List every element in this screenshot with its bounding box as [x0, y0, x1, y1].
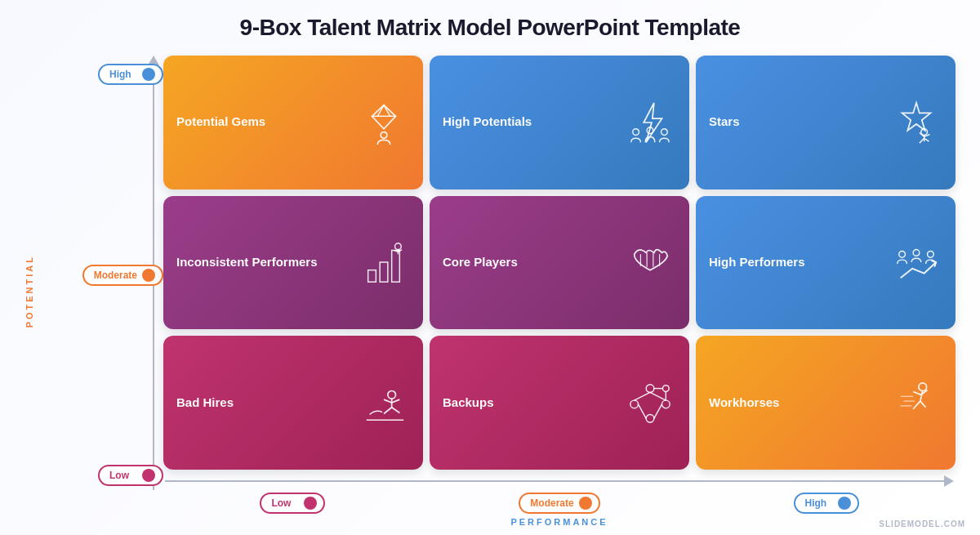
y-toggle-high-dot — [142, 68, 155, 81]
svg-rect-16 — [380, 262, 388, 282]
cell-workhorses: Workhorses — [696, 336, 956, 470]
svg-point-39 — [662, 400, 670, 408]
cell-backups-label: Backups — [443, 395, 624, 411]
cell-inconsistent-performers-label: Inconsistent Performers — [176, 255, 358, 270]
svg-point-37 — [630, 400, 639, 408]
svg-line-48 — [920, 391, 923, 402]
cell-high-performers: High Performers — [696, 196, 956, 330]
y-axis-area: POTENTIAL High Moderate — [24, 56, 163, 527]
cell-workhorses-label: Workhorses — [709, 395, 890, 411]
svg-point-36 — [646, 385, 654, 393]
y-toggle-moderate[interactable]: Moderate — [82, 265, 163, 286]
cell-stars-icon — [890, 96, 942, 149]
cell-potential-gems: Potential Gems — [163, 56, 423, 189]
svg-rect-17 — [392, 251, 400, 283]
svg-point-4 — [381, 132, 387, 138]
svg-line-41 — [635, 393, 650, 401]
y-toggle-low-dot — [142, 469, 155, 482]
cell-high-potentials: High Potentials — [430, 56, 689, 189]
cell-high-potentials-icon — [624, 96, 676, 149]
x-toggle-moderate-label: Moderate — [530, 497, 573, 509]
svg-rect-15 — [368, 270, 376, 283]
cell-stars: Stars — [696, 56, 956, 189]
svg-line-44 — [654, 404, 662, 418]
y-toggle-low[interactable]: Low — [98, 465, 163, 486]
svg-line-43 — [639, 404, 647, 418]
x-axis-label: PERFORMANCE — [510, 517, 608, 527]
x-toggle-high-label: High — [805, 497, 827, 509]
watermark: SLIDEMODEL.COM — [879, 519, 965, 528]
cell-high-potentials-label: High Potentials — [443, 114, 624, 130]
svg-point-40 — [662, 386, 669, 392]
svg-point-38 — [646, 415, 654, 423]
main-container: 9-Box Talent Matrix Model PowerPoint Tem… — [0, 0, 980, 535]
svg-point-18 — [395, 243, 402, 250]
cell-bad-hires-icon — [358, 377, 410, 429]
matrix-grid: Potential Gems — [163, 56, 956, 470]
svg-point-26 — [899, 252, 906, 258]
cell-core-players-label: Core Players — [443, 255, 624, 270]
svg-point-7 — [662, 129, 668, 136]
svg-point-27 — [913, 250, 920, 256]
svg-line-49 — [913, 392, 921, 395]
cell-potential-gems-icon — [358, 96, 410, 149]
x-axis-line — [165, 480, 944, 483]
svg-point-47 — [919, 383, 927, 391]
svg-line-32 — [392, 399, 400, 403]
svg-point-28 — [928, 252, 934, 258]
cell-workhorses-icon — [890, 377, 942, 429]
y-toggle-high-label: High — [109, 69, 131, 80]
cell-core-players-icon — [624, 236, 676, 288]
y-toggle-moderate-label: Moderate — [94, 270, 137, 281]
x-toggle-moderate[interactable]: Moderate — [519, 493, 599, 514]
svg-line-52 — [920, 401, 926, 408]
y-toggle-low-label: Low — [109, 470, 129, 481]
cell-bad-hires: Bad Hires — [163, 336, 423, 470]
cell-core-players: Core Players — [430, 196, 689, 330]
x-toggle-low-label: Low — [271, 497, 291, 509]
svg-point-5 — [633, 129, 639, 136]
cell-high-performers-icon — [890, 236, 942, 288]
y-toggle-moderate-dot — [142, 269, 155, 282]
x-toggle-low[interactable]: Low — [260, 493, 325, 514]
x-axis-arrow — [163, 473, 956, 489]
x-toggle-moderate-dot — [579, 497, 592, 510]
cell-high-performers-label: High Performers — [709, 255, 890, 270]
x-toggles-row: Low Moderate High — [163, 493, 956, 514]
svg-line-33 — [384, 408, 392, 414]
svg-line-51 — [913, 401, 920, 409]
svg-line-42 — [650, 393, 666, 401]
chart-area: POTENTIAL High Moderate — [24, 56, 956, 527]
svg-line-11 — [920, 138, 924, 143]
svg-line-34 — [392, 408, 400, 413]
grid-and-xaxis: Potential Gems — [163, 56, 956, 527]
cell-potential-gems-label: Potential Gems — [176, 114, 358, 130]
y-axis-label: POTENTIAL — [24, 255, 34, 328]
x-toggle-high-dot — [838, 497, 851, 510]
cell-bad-hires-label: Bad Hires — [176, 395, 358, 411]
x-toggle-low-dot — [304, 497, 317, 510]
cell-backups-icon — [624, 377, 676, 429]
page-title: 9-Box Talent Matrix Model PowerPoint Tem… — [240, 15, 741, 41]
cell-backups: Backups — [430, 336, 689, 470]
svg-line-12 — [924, 138, 929, 141]
svg-marker-0 — [372, 105, 396, 129]
cell-stars-label: Stars — [709, 114, 890, 130]
cell-inconsistent-performers-icon — [358, 236, 410, 288]
svg-marker-8 — [902, 103, 931, 131]
y-toggle-high[interactable]: High — [98, 64, 163, 85]
svg-line-31 — [384, 399, 392, 403]
x-toggle-high[interactable]: High — [794, 493, 859, 514]
cell-inconsistent-performers: Inconsistent Performers — [163, 196, 423, 330]
svg-point-29 — [388, 391, 396, 399]
y-axis-toggles: High Moderate Low — [38, 56, 163, 527]
arrow-head-right-icon — [944, 475, 954, 487]
x-axis-area: Low Moderate High PERFORMANCE — [163, 470, 956, 527]
